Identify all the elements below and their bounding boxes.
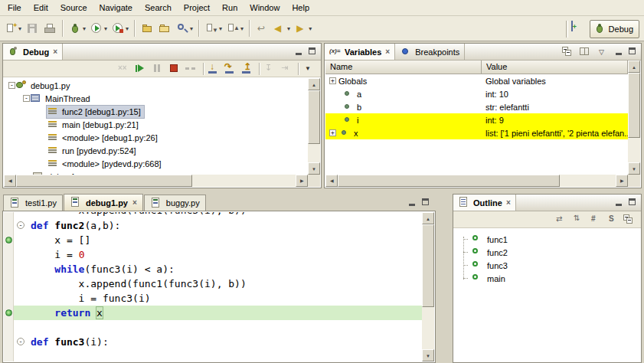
variables-view-tab-variables[interactable]: (x)=Variables× (325, 44, 395, 60)
disconnect-button[interactable] (185, 62, 200, 76)
menu-item-navigate[interactable]: Navigate (93, 1, 139, 15)
suspend-button[interactable] (151, 62, 166, 76)
scrollbar-thumb[interactable] (308, 90, 320, 144)
scroll-down-button[interactable]: ▼ (422, 349, 434, 361)
use-step-filters-button[interactable]: ⇥ (280, 62, 295, 76)
debug-tree-row[interactable]: <module> [debug1.py:26] (4, 131, 308, 144)
view-menu-button[interactable]: ▼ (302, 62, 317, 76)
menu-item-window[interactable]: Window (244, 1, 286, 15)
scroll-down-button[interactable]: ▼ (308, 162, 320, 175)
scroll-up-button[interactable]: ▲ (308, 78, 320, 90)
stack-frame-node[interactable]: debug1.py (15, 80, 73, 92)
next-annotation-button[interactable]: ▼▾ (203, 19, 224, 38)
tree-expander-icon[interactable]: - (23, 95, 30, 102)
current-instruction-marker[interactable] (5, 309, 12, 316)
open-perspective-button[interactable]: + (571, 21, 587, 37)
scroll-up-button[interactable]: ▲ (422, 212, 434, 224)
variables-vertical-scrollbar[interactable]: ▲ ▼ (628, 60, 640, 175)
collapse-all-button[interactable] (622, 213, 637, 227)
layout-button[interactable] (578, 45, 593, 59)
stack-frame-node-selected[interactable]: func2 [debug1.py:15] (47, 106, 144, 118)
close-icon[interactable]: × (53, 47, 57, 56)
editor-vertical-scrollbar[interactable]: ▲ ▼ (422, 212, 434, 361)
hide-static-button[interactable]: S (605, 213, 620, 227)
debug-vertical-scrollbar[interactable]: ▲ ▼ (308, 78, 320, 175)
code-line[interactable]: -def func3(i): (14, 335, 422, 349)
menu-item-help[interactable]: Help (286, 1, 315, 15)
debug-tree-row[interactable]: main [debug1.py:21] (4, 118, 308, 131)
menu-item-source[interactable]: Source (54, 1, 93, 15)
debug-tree-row[interactable]: <module> [pydevd.py:668] (4, 157, 308, 170)
debug-tree-row[interactable]: func2 [debug1.py:15] (4, 105, 308, 118)
breakpoint-ruler[interactable] (4, 212, 14, 361)
outline-item-main[interactable]: main (454, 272, 628, 285)
scroll-down-button[interactable]: ▼ (628, 162, 640, 175)
maximize-button[interactable] (420, 197, 433, 208)
forward-button[interactable]: ▶▾ (293, 19, 314, 38)
variables-row[interactable]: aint: 10 (325, 87, 628, 100)
menu-item-file[interactable]: File (2, 1, 28, 15)
save-button[interactable] (24, 19, 41, 38)
debug-button[interactable]: ▾ (67, 19, 88, 38)
debug-tree-row[interactable]: -debug1.py (4, 79, 308, 92)
scrollbar-thumb[interactable] (16, 175, 192, 187)
variables-horizontal-scrollbar[interactable]: ◀ ▶ (325, 175, 628, 187)
print-button[interactable] (41, 19, 59, 38)
tree-expander-icon[interactable]: - (8, 82, 15, 89)
menu-item-project[interactable]: Project (178, 1, 216, 15)
hide-comments-button[interactable]: # (588, 213, 603, 227)
editor-tab-debug1-py[interactable]: debug1.py× (64, 194, 143, 211)
debug-view-tab[interactable]: Debug × (3, 44, 63, 60)
stack-frame-node[interactable]: <module> [pydevd.py:668] (47, 158, 165, 170)
back-button[interactable]: ◀▾ (271, 19, 293, 38)
scroll-up-button[interactable]: ▲ (628, 60, 640, 73)
maximize-button[interactable] (626, 197, 639, 208)
outline-item-func2[interactable]: func2 (454, 246, 628, 259)
resume-button[interactable] (134, 62, 149, 76)
tree-expander-icon[interactable]: + (329, 129, 336, 136)
column-header-value[interactable]: Value (482, 60, 628, 74)
outline-item-func1[interactable]: func1 (454, 233, 628, 246)
close-icon[interactable]: × (385, 47, 390, 56)
debug-tree-row[interactable]: -MainThread (4, 92, 308, 105)
open-file-button[interactable] (139, 19, 156, 38)
column-header-name[interactable]: Name (325, 60, 482, 74)
code-line[interactable]: x.append(func1(func3(i), b)) (14, 212, 422, 218)
minimize-button[interactable] (406, 197, 419, 208)
tree-expander-icon[interactable]: + (329, 77, 336, 84)
new-wizard-button[interactable]: ✦▾ (2, 19, 24, 38)
close-icon[interactable]: × (506, 198, 511, 207)
perspective-debug-button[interactable]: Debug (590, 20, 639, 38)
code-line[interactable]: return x (14, 306, 422, 320)
code-line[interactable]: while(func3(i) < a): (14, 262, 422, 276)
menu-item-search[interactable]: Search (139, 1, 178, 15)
variables-row[interactable]: bstr: elefantti (325, 100, 628, 113)
remove-all-terminated-button[interactable]: ×× (117, 62, 132, 76)
link-with-editor-button[interactable]: ⇄ (554, 213, 570, 227)
menu-item-edit[interactable]: Edit (28, 1, 54, 15)
menu-item-run[interactable]: Run (216, 1, 244, 15)
stack-frame-node[interactable]: <module> [debug1.py:26] (47, 132, 161, 144)
maximize-button[interactable] (306, 46, 319, 57)
collapse-all-button[interactable] (561, 45, 576, 59)
code-editor[interactable]: x.append(func1(func3(i), b))-def func2(a… (2, 211, 436, 363)
variables-row[interactable]: +xlist: ['1 pieni elefantti', '2 pienta … (325, 126, 628, 139)
search-button[interactable]: ▾ (174, 19, 195, 38)
scrollbar-thumb[interactable] (338, 175, 560, 187)
variables-view-tab-breakpoints[interactable]: Breakpoints (395, 44, 465, 60)
minimize-button[interactable] (613, 46, 626, 57)
step-into-button[interactable]: ↓ (207, 62, 222, 76)
code-line[interactable]: -def func2(a,b): (14, 218, 422, 233)
debug-tree-row[interactable]: run [pydevd.py:524] (4, 144, 308, 157)
breakpoint-marker[interactable] (5, 237, 12, 244)
code-line[interactable]: x.append(func1(func3(i), b)) (14, 276, 422, 291)
view-menu-button[interactable]: ▽ (596, 45, 611, 59)
editor-tab-testi1-py[interactable]: testi1.py (3, 195, 63, 211)
scroll-right-button[interactable]: ▶ (616, 175, 628, 187)
last-edit-location-button[interactable]: ↩ (253, 19, 271, 38)
close-icon[interactable]: × (132, 198, 137, 207)
editor-tab-buggy-py[interactable]: buggy.py (144, 195, 206, 211)
open-folder-button[interactable] (156, 19, 174, 38)
drop-to-frame-button[interactable]: ↧ (263, 62, 278, 76)
minimize-button[interactable] (613, 197, 626, 208)
